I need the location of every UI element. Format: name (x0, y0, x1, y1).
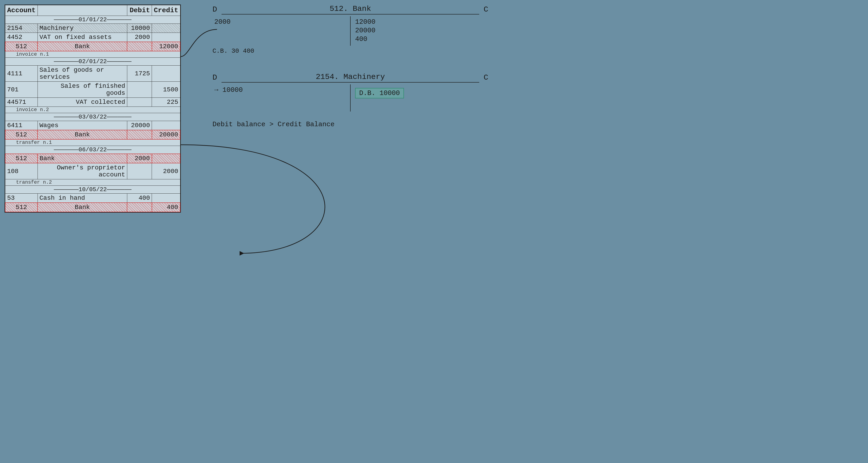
credit-empty-9 (152, 154, 180, 163)
debit-2000: 2000 (127, 33, 152, 42)
debit-2000-bank: 2000 (127, 154, 152, 163)
credit-1500: 1500 (152, 82, 180, 98)
machinery-label-c: C (484, 73, 488, 82)
entry-4452: 4452 VAT on fixed assets 2000 (5, 33, 180, 42)
account-4111: 4111 (5, 66, 37, 82)
desc-wages: Wages (37, 121, 127, 130)
debit-20000: 20000 (127, 121, 152, 130)
desc-sales-finished: Sales of finished goods (37, 82, 127, 98)
note-text-4: transfer n.2 (5, 179, 180, 186)
header-debit: Debit (127, 5, 152, 16)
date-label-4: ———————06/03/22——————— (5, 146, 180, 154)
entry-512-bank-4: 512 Bank 400 (5, 203, 180, 212)
note-text-1: invoice n.1 (5, 51, 180, 58)
date-label-2: ———————02/01/22——————— (5, 58, 180, 66)
credit-empty-4 (152, 66, 180, 82)
account-108: 108 (5, 163, 37, 179)
debit-1725: 1725 (127, 66, 152, 82)
date-label-1: ———————01/01/22——————— (5, 16, 180, 24)
account-512-3: 512 (5, 154, 37, 163)
date-row-2: ———————02/01/22——————— (5, 58, 180, 66)
desc-bank-4: Bank (37, 203, 127, 212)
header-account: Account (5, 5, 37, 16)
entry-512-bank-2: 512 Bank 20000 (5, 130, 180, 139)
desc-vat-collected: VAT collected (37, 98, 127, 107)
credit-2000-owner: 2000 (152, 163, 180, 179)
header-desc (37, 5, 127, 16)
bank-credit-20000: 20000 (355, 27, 487, 34)
desc-owner: Owner's proprietor account (37, 163, 127, 179)
entry-108: 108 Owner's proprietor account 2000 (5, 163, 180, 179)
credit-225: 225 (152, 98, 180, 107)
note-text-2: invoice n.2 (5, 107, 180, 113)
bank-debit-col: 2000 (213, 16, 350, 46)
machinery-debit-arrow: → 10000 (214, 86, 243, 94)
machinery-taccount-title: 2154. Machinery (221, 73, 479, 83)
credit-12000: 12000 (152, 42, 180, 51)
credit-empty-2 (152, 33, 180, 42)
db-box: D.B. 10000 (355, 88, 404, 98)
bank-credit-12000: 12000 (355, 18, 487, 26)
debit-10000: 10000 (127, 24, 152, 33)
debit-400: 400 (127, 194, 152, 203)
header-credit: Credit (152, 5, 180, 16)
credit-empty-1 (152, 24, 180, 33)
account-512-2: 512 (5, 130, 37, 139)
entry-701: 701 Sales of finished goods 1500 (5, 82, 180, 98)
machinery-label-d: D (213, 73, 217, 82)
date-row-3: ———————03/03/22——————— (5, 113, 180, 121)
desc-vat-fixed: VAT on fixed assets (37, 33, 127, 42)
debit-empty-6 (127, 98, 152, 107)
debit-empty-5 (127, 82, 152, 98)
machinery-taccount: D 2154. Machinery C → 10000 D.B. 10000 D… (213, 73, 488, 128)
machinery-taccount-header: D 2154. Machinery C (213, 73, 488, 83)
entry-53: 53 Cash in hand 400 (5, 194, 180, 203)
bank-taccount-body: 2000 12000 20000 400 (213, 16, 488, 46)
note-text-3: transfer n.1 (5, 139, 180, 146)
svg-marker-0 (240, 251, 244, 256)
date-row-5: ———————10/05/22——————— (5, 186, 180, 194)
debit-balance-note: Debit balance > Credit Balance (213, 121, 488, 128)
debit-empty-10 (127, 163, 152, 179)
bank-label-c: C (484, 5, 488, 14)
desc-machinery: Machinery (37, 24, 127, 33)
machinery-taccount-body: → 10000 D.B. 10000 (213, 84, 488, 112)
entry-512-bank-1: 512 Bank 12000 (5, 42, 180, 51)
desc-bank-3: Bank (37, 154, 127, 163)
desc-sales-goods: Sales of goods or services (37, 66, 127, 82)
credit-empty-7 (152, 121, 180, 130)
debit-empty-12 (127, 203, 152, 212)
desc-bank-1: Bank (37, 42, 127, 51)
note-transfer-2: transfer n.2 (5, 179, 180, 186)
right-panel: D 512. Bank C 2000 12000 20000 400 C.B. … (194, 4, 488, 142)
account-44571: 44571 (5, 98, 37, 107)
bank-debit-2000: 2000 (214, 18, 230, 26)
account-512-1: 512 (5, 42, 37, 51)
entry-4111: 4111 Sales of goods or services 1725 (5, 66, 180, 82)
note-invoice-2: invoice n.2 (5, 107, 180, 113)
table-header: Account Debit Credit (5, 5, 180, 16)
credit-400: 400 (152, 203, 180, 212)
account-701: 701 (5, 82, 37, 98)
note-invoice-1: invoice n.1 (5, 51, 180, 58)
desc-bank-2: Bank (37, 130, 127, 139)
bank-taccount-title: 512. Bank (221, 4, 479, 15)
machinery-credit-col: D.B. 10000 (350, 84, 488, 112)
account-512-4: 512 (5, 203, 37, 212)
account-6411: 6411 (5, 121, 37, 130)
date-label-5: ———————10/05/22——————— (5, 186, 180, 194)
date-label-3: ———————03/03/22——————— (5, 113, 180, 121)
entry-2154: 2154 Machinery 10000 (5, 24, 180, 33)
bank-taccount: D 512. Bank C 2000 12000 20000 400 C.B. … (213, 4, 488, 55)
entry-6411: 6411 Wages 20000 (5, 121, 180, 130)
account-2154: 2154 (5, 24, 37, 33)
journal-table-container: Account Debit Credit ———————01/01/22————… (4, 4, 181, 212)
entry-512-bank-3: 512 Bank 2000 (5, 154, 180, 163)
bank-cb-label: C.B. 30 400 (213, 48, 488, 55)
debit-empty-3 (127, 42, 152, 51)
debit-empty-8 (127, 130, 152, 139)
machinery-debit-col: → 10000 (213, 84, 350, 112)
bank-taccount-header: D 512. Bank C (213, 4, 488, 15)
date-row-4: ———————06/03/22——————— (5, 146, 180, 154)
note-transfer-1: transfer n.1 (5, 139, 180, 146)
